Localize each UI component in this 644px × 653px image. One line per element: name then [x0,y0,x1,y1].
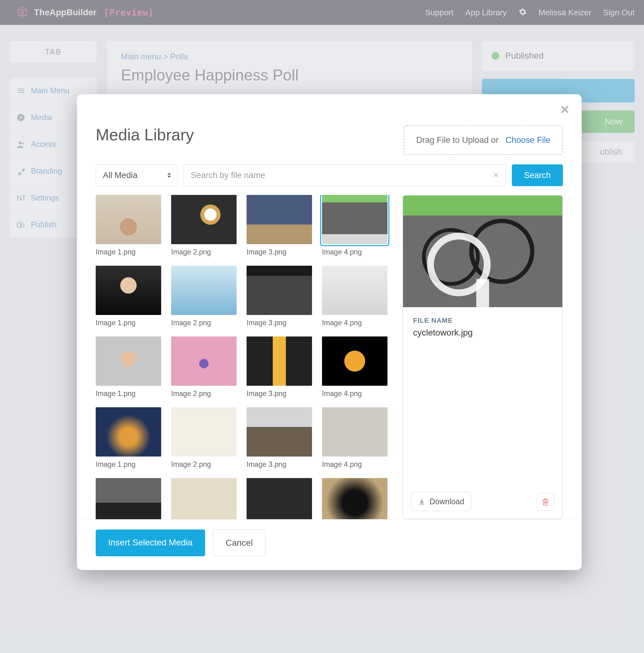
trash-icon [542,498,549,506]
media-item[interactable] [171,478,237,519]
media-caption: Image 4.png [322,319,388,327]
choose-file-link[interactable]: Choose File [505,135,550,145]
media-caption: Image 3.png [247,389,312,398]
media-item[interactable]: Image 4.png [322,266,388,327]
media-thumbnail[interactable] [96,337,161,386]
media-item[interactable]: Image 2.png [171,195,237,256]
media-caption: Image 2.png [171,389,237,398]
media-grid: Image 1.pngImage 2.pngImage 3.pngImage 4… [96,195,388,519]
media-item[interactable]: Image 4.png [322,195,388,256]
media-caption: Image 1.png [96,248,161,256]
media-caption: Image 3.png [247,319,312,327]
media-caption: Image 3.png [247,460,312,469]
detail-filename-label: FILE NAME [413,316,552,324]
media-item[interactable] [96,478,161,519]
download-button[interactable]: Download [411,492,471,511]
media-item[interactable]: Image 2.png [171,337,237,398]
upload-dropzone[interactable]: Drag File to Upload or Choose File [404,125,563,155]
media-thumbnail[interactable] [171,266,237,315]
media-caption: Image 1.png [96,319,161,327]
media-item[interactable]: Image 2.png [171,266,237,327]
delete-button[interactable] [537,493,554,510]
media-thumbnail[interactable] [96,266,161,315]
media-thumbnail[interactable] [171,478,237,519]
media-item[interactable]: Image 3.png [247,266,312,327]
media-thumbnail[interactable] [171,407,237,457]
upload-text: Drag File to Upload or [416,135,498,145]
media-item[interactable]: Image 3.png [247,407,312,469]
media-thumbnail[interactable] [322,195,388,244]
media-thumbnail[interactable] [322,337,388,386]
media-caption: Image 4.png [322,248,388,256]
media-item[interactable] [247,478,312,519]
media-caption: Image 4.png [322,389,388,398]
media-thumbnail[interactable] [322,478,388,519]
download-icon [418,498,425,505]
media-item[interactable]: Image 1.png [96,195,161,256]
modal-title: Media Library [96,125,194,144]
media-thumbnail[interactable] [96,478,161,519]
cancel-button[interactable]: Cancel [213,530,266,556]
search-wrapper: ✕ [183,164,506,186]
media-caption: Image 2.png [171,319,237,327]
media-item[interactable]: Image 1.png [96,407,161,469]
media-thumbnail[interactable] [322,407,388,457]
media-thumbnail[interactable] [247,407,312,457]
detail-filename: cycletowork.jpg [413,328,552,338]
media-item[interactable]: Image 3.png [247,337,312,398]
media-item[interactable]: Image 4.png [322,337,388,398]
filter-selected-value: All Media [103,171,138,180]
media-thumbnail[interactable] [96,195,161,244]
media-detail-panel: FILE NAME cycletowork.jpg Download [402,195,563,519]
detail-preview-image [403,195,562,307]
clear-icon[interactable]: ✕ [493,171,499,179]
search-input[interactable] [191,171,499,180]
media-caption: Image 1.png [96,460,161,469]
media-item[interactable] [322,478,388,519]
media-caption: Image 4.png [322,460,388,469]
select-arrows-icon [167,172,171,178]
media-item[interactable]: Image 4.png [322,407,388,469]
search-button[interactable]: Search [512,164,563,186]
media-thumbnail[interactable] [247,195,312,244]
media-item[interactable]: Image 1.png [96,337,161,398]
media-thumbnail[interactable] [247,266,312,315]
media-item[interactable]: Image 2.png [171,407,237,469]
media-library-modal: ✕ Media Library Drag File to Upload or C… [77,94,581,570]
media-caption: Image 3.png [247,248,312,256]
media-item[interactable]: Image 1.png [96,266,161,327]
media-filter-select[interactable]: All Media [96,164,178,186]
media-caption: Image 2.png [171,460,237,469]
media-item[interactable]: Image 3.png [247,195,312,256]
insert-selected-button[interactable]: Insert Selected Media [96,530,205,556]
close-icon[interactable]: ✕ [560,103,570,117]
media-thumbnail[interactable] [171,337,237,386]
media-thumbnail[interactable] [247,337,312,386]
media-thumbnail[interactable] [322,266,388,315]
media-caption: Image 1.png [96,389,161,398]
media-thumbnail[interactable] [96,407,161,457]
media-caption: Image 2.png [171,248,237,256]
media-thumbnail[interactable] [247,478,312,519]
media-thumbnail[interactable] [171,195,237,244]
download-label: Download [429,497,464,506]
